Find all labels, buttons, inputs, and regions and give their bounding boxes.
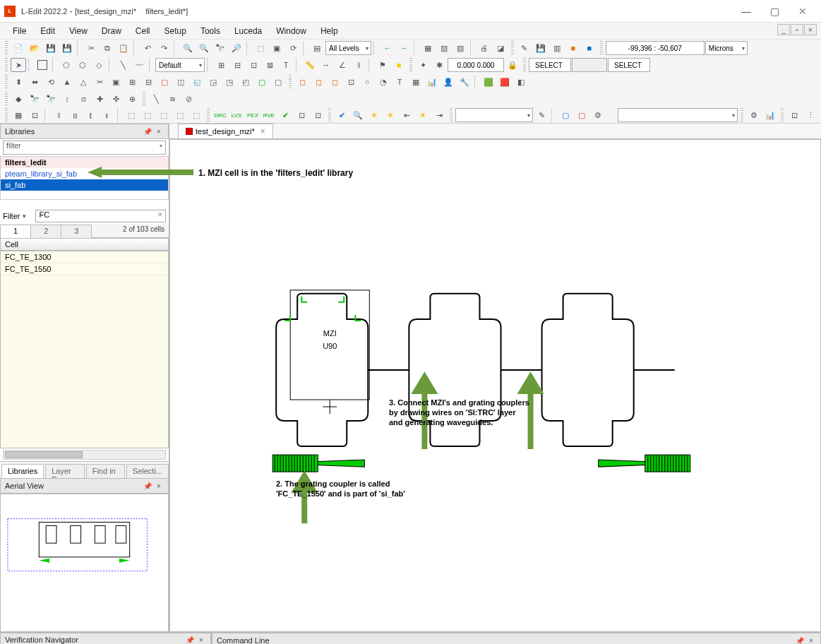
sun4-icon[interactable]: ☀ xyxy=(415,108,431,122)
library-filter-combo[interactable]: filter xyxy=(3,141,166,155)
tab-1[interactable]: 1 xyxy=(0,225,31,238)
eraser-icon[interactable]: ◪ xyxy=(493,41,508,55)
menu-file[interactable]: File xyxy=(6,24,33,38)
open-icon[interactable]: 📂 xyxy=(27,41,42,55)
sel-sq-icon[interactable]: ▢ xyxy=(157,75,172,89)
layers-icon[interactable]: ▤ xyxy=(309,41,325,55)
a5-icon[interactable]: ⧈ xyxy=(76,92,91,106)
circ-icon[interactable]: ○ xyxy=(359,75,375,89)
snap2-icon[interactable]: ⊡ xyxy=(27,108,42,122)
design-icon[interactable]: ⬚ xyxy=(253,41,268,55)
poly3-icon[interactable]: ◇ xyxy=(91,58,107,72)
snap-icon[interactable]: ✱ xyxy=(431,58,447,72)
menu-draw[interactable]: Draw xyxy=(95,24,128,38)
cell-filter-input[interactable]: FC xyxy=(35,210,166,222)
zoom-icon[interactable]: 🔍 xyxy=(180,41,196,55)
rot-icon[interactable]: ⟲ xyxy=(43,75,59,89)
alg2-icon[interactable]: ⫼ xyxy=(67,108,83,122)
a7-icon[interactable]: ✜ xyxy=(108,92,124,106)
grid-icon[interactable]: ▦ xyxy=(11,108,26,122)
alg4-icon[interactable]: ⫾ xyxy=(100,108,115,122)
sun3-icon[interactable]: ⇤ xyxy=(399,108,414,122)
menu-window[interactable]: Window xyxy=(269,24,313,38)
undo-icon[interactable]: ↶ xyxy=(140,41,155,55)
shape1-icon[interactable]: ◻ xyxy=(294,75,310,89)
b1-icon[interactable]: ╲ xyxy=(148,92,164,106)
lock-icon[interactable]: 🔒 xyxy=(505,58,520,72)
poly1-icon[interactable]: ⬠ xyxy=(59,58,74,72)
gds-icon[interactable]: ▦ xyxy=(420,41,436,55)
pin-icon[interactable]: ⊡ xyxy=(246,58,261,72)
chart-icon[interactable]: 📊 xyxy=(762,108,778,122)
menu-edit[interactable]: Edit xyxy=(33,24,62,38)
combo-r[interactable] xyxy=(618,108,738,122)
b3-icon[interactable]: ⊘ xyxy=(181,92,196,106)
op2-icon[interactable]: ◲ xyxy=(205,75,221,89)
filter-dropdown-icon[interactable]: ▾ xyxy=(23,213,32,220)
cell-list[interactable]: FC_TE_1300 FC_TE_1550 xyxy=(0,251,169,448)
dots-icon[interactable]: ⋮ xyxy=(803,108,818,122)
cell-fc-te-1550[interactable]: FC_TE_1550 xyxy=(1,263,168,275)
menu-setup[interactable]: Setup xyxy=(157,24,193,38)
m1-icon[interactable]: ⬚ xyxy=(124,108,139,122)
close-button[interactable]: ✕ xyxy=(789,0,817,23)
arc-icon[interactable]: ◔ xyxy=(376,75,391,89)
flag-it-icon[interactable]: 🟩 xyxy=(481,75,496,89)
units-combo[interactable]: Microns xyxy=(705,41,748,55)
aerial-close-icon[interactable]: × xyxy=(154,481,164,491)
lvs-btn-icon[interactable]: LVS xyxy=(229,108,244,122)
img-icon[interactable]: ▦ xyxy=(408,75,424,89)
disk2-icon[interactable]: 💾 xyxy=(533,41,549,55)
m3-icon[interactable]: ⬚ xyxy=(156,108,172,122)
layer-combo[interactable] xyxy=(455,108,533,122)
mdi-close-icon[interactable]: × xyxy=(804,24,817,35)
rve-btn-icon[interactable]: RVE xyxy=(261,108,277,122)
cmd-pin-icon[interactable]: 📌 xyxy=(795,636,805,644)
w2-icon[interactable]: ⊡ xyxy=(310,108,325,122)
close-panel-icon[interactable]: × xyxy=(154,126,164,136)
zoom-sel-icon[interactable]: 🔍 xyxy=(196,41,212,55)
rot90-icon[interactable]: △ xyxy=(76,75,91,89)
pin-icon[interactable]: 📌 xyxy=(143,126,152,136)
m5-icon[interactable]: ⬚ xyxy=(188,108,204,122)
align-icon[interactable]: ⫴ xyxy=(351,58,366,72)
sun-icon[interactable]: 🔍 xyxy=(350,108,366,122)
3d-icon[interactable]: ▣ xyxy=(269,41,284,55)
refresh-icon[interactable]: ⟳ xyxy=(285,41,301,55)
gear2-icon[interactable]: ⚙ xyxy=(746,108,762,122)
aerial-view[interactable] xyxy=(0,494,169,632)
stack-icon[interactable]: ▥ xyxy=(549,41,565,55)
sun1-icon[interactable]: ☀ xyxy=(366,108,382,122)
copy-icon[interactable]: ⧉ xyxy=(100,41,115,55)
tab-2[interactable]: 2 xyxy=(30,225,61,238)
flip-h-icon[interactable]: ⬍ xyxy=(11,75,26,89)
sel-all-icon[interactable]: ◫ xyxy=(173,75,188,89)
pick-icon[interactable]: ✎ xyxy=(534,108,549,122)
gear-icon[interactable]: ⚙ xyxy=(590,108,606,122)
op3-icon[interactable]: ◳ xyxy=(222,75,237,89)
minimize-button[interactable]: — xyxy=(732,0,760,23)
measure-icon[interactable]: ↔ xyxy=(318,58,334,72)
inst-icon[interactable]: ⊞ xyxy=(213,58,229,72)
shape4-icon[interactable]: ⊡ xyxy=(343,75,359,89)
op4-icon[interactable]: ◰ xyxy=(238,75,253,89)
ruler2-icon[interactable]: ⊡ xyxy=(786,108,802,122)
menu-help[interactable]: Help xyxy=(313,24,345,38)
a1-icon[interactable]: ◆ xyxy=(11,92,26,106)
ruler-icon[interactable]: 📏 xyxy=(302,58,318,72)
nav-left-icon[interactable]: ← xyxy=(380,41,395,55)
save-icon[interactable]: 💾 xyxy=(43,41,59,55)
btab-selection[interactable]: Selecti... xyxy=(126,464,169,478)
chk-icon[interactable]: ✔ xyxy=(277,108,293,122)
poly2-icon[interactable]: ⬡ xyxy=(75,58,90,72)
chk2-icon[interactable]: ✔ xyxy=(334,108,349,122)
a2-icon[interactable]: 🔭 xyxy=(27,92,42,106)
style-combo[interactable]: Default xyxy=(155,58,205,72)
port-icon[interactable]: ⊠ xyxy=(262,58,277,72)
a3-icon[interactable]: 🔭 xyxy=(43,92,59,106)
menu-cell[interactable]: Cell xyxy=(128,24,157,38)
wrench-icon[interactable]: 🔧 xyxy=(457,75,472,89)
cell-fc-te-1300[interactable]: FC_TE_1300 xyxy=(1,251,168,263)
drc-icon[interactable]: ▧ xyxy=(436,41,452,55)
explode-icon[interactable]: ✂ xyxy=(92,75,107,89)
